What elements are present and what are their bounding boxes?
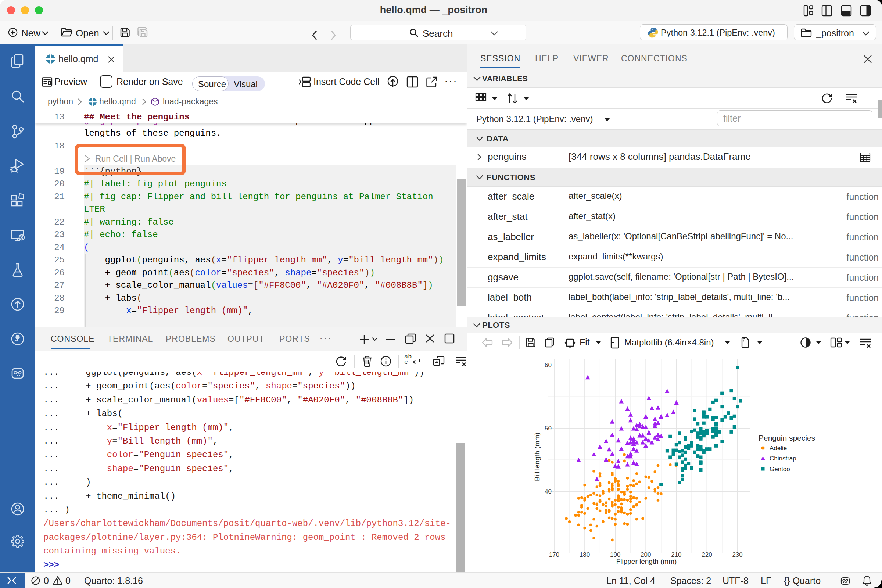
svg-text:230: 230 — [732, 551, 742, 558]
svg-text:Flipper length (mm): Flipper length (mm) — [616, 558, 677, 565]
svg-text:Gentoo: Gentoo — [770, 466, 790, 472]
svg-text:Chinstrap: Chinstrap — [770, 455, 796, 462]
svg-text:Penguin species: Penguin species — [759, 434, 815, 442]
svg-text:40: 40 — [544, 488, 552, 495]
svg-text:60: 60 — [544, 362, 552, 369]
svg-text:Adelie: Adelie — [770, 445, 787, 452]
svg-text:220: 220 — [702, 551, 712, 558]
svg-text:Bill length (mm): Bill length (mm) — [533, 432, 541, 481]
svg-text:50: 50 — [544, 425, 552, 432]
svg-text:180: 180 — [579, 551, 590, 558]
svg-text:170: 170 — [549, 551, 560, 558]
